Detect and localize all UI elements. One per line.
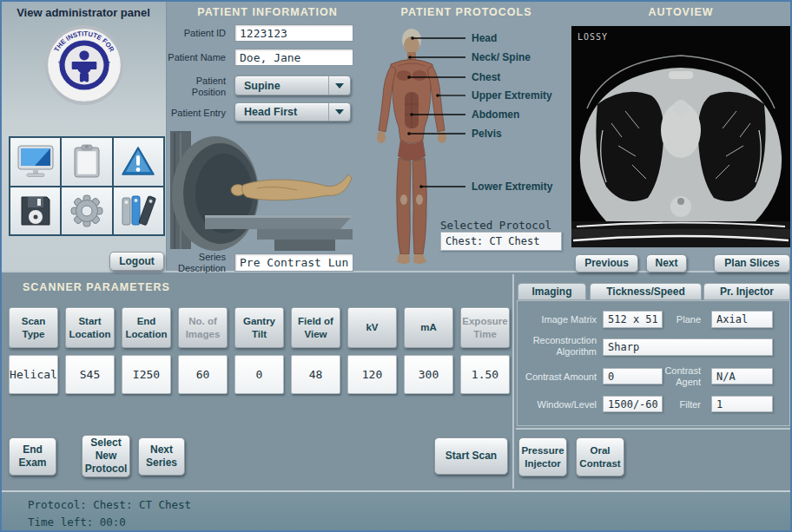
param-kv-button[interactable]: kV (347, 307, 397, 348)
patient-position-label: Patient Position (172, 76, 226, 98)
ct-axial-image: LOSSY (571, 26, 790, 247)
tab-tickness-speed[interactable]: Tickness/Speed (590, 283, 702, 300)
chevron-down-icon (328, 76, 350, 95)
filter-label: Filter (649, 399, 701, 410)
clipboard-button[interactable] (62, 138, 111, 186)
institute-logo: THE INSTITUTE FOR ADVANCED CLINICAL IMAG… (44, 23, 124, 107)
gear-icon (69, 194, 104, 228)
series-description-input[interactable] (234, 253, 353, 272)
patient-entry-select[interactable]: Head First (234, 102, 351, 122)
warning-button[interactable] (114, 138, 163, 186)
scanner-parameters-header: SCANNER PARAMETERS (23, 281, 283, 293)
settings-button[interactable] (62, 187, 111, 235)
clipboard-icon (72, 144, 102, 179)
protocol-region-upper-extremity[interactable]: Upper Extremity (472, 89, 552, 102)
series-description-label: Series Description (168, 252, 226, 274)
patient-name-label: Patient Name (167, 52, 226, 63)
ct-scanner-illustration (170, 128, 365, 251)
plane-label: Plane (649, 314, 701, 325)
monitor-button[interactable] (10, 138, 60, 186)
contrast-agent-input[interactable] (711, 368, 773, 384)
param-field-of-view-button[interactable]: Field of View (291, 307, 340, 348)
tab-pr-injector[interactable]: Pr. Injector (703, 283, 790, 300)
patient-name-input[interactable] (234, 49, 353, 66)
protocol-region-pelvis[interactable]: Pelvis (472, 128, 502, 140)
param-scan-type-button[interactable]: Scan Type (9, 307, 58, 348)
logout-button[interactable]: Logout (109, 252, 164, 271)
status-protocol: Protocol: Chest: CT Chest (28, 498, 191, 511)
select-new-protocol-button[interactable]: Select New Protocol (82, 435, 130, 477)
binders-icon (119, 194, 157, 228)
patient-position-select[interactable]: Supine (234, 76, 351, 95)
param-exposure-time-button: Exposure Time (460, 307, 510, 348)
param-exposure-time-value: 1.50 (460, 355, 510, 394)
plane-input[interactable] (711, 311, 773, 328)
param-kv-value[interactable]: 120 (347, 355, 397, 394)
protocol-region-neck-spine[interactable]: Neck/ Spine (472, 51, 531, 63)
window-level-label: Window/Level (516, 399, 597, 410)
protocol-region-lower-extremity[interactable]: Lower Extremity (472, 181, 552, 193)
selected-protocol-value: Chest: CT Chest (440, 232, 562, 251)
selected-protocol-label: Selected Protocol (440, 219, 551, 232)
tab-imaging[interactable]: Imaging (518, 283, 586, 300)
reconstruction-algorithm-input[interactable] (603, 338, 773, 356)
image-matrix-label: Image Matrix (516, 314, 597, 325)
save-button[interactable] (10, 187, 60, 235)
param-scan-type-value[interactable]: Helical (9, 355, 58, 394)
patient-information-header: PATIENT INFORMATION (172, 6, 363, 18)
plan-slices-button[interactable]: Plan Slices (714, 254, 790, 273)
param-no-of-images-value: 60 (178, 355, 228, 394)
status-time-left: Time left: 00:0 (28, 516, 126, 529)
param-ma-button[interactable]: mA (404, 307, 453, 348)
param-start-location-button[interactable]: Start Location (65, 307, 115, 348)
contrast-agent-label: Contrast Agent (649, 365, 701, 388)
monitor-icon (17, 145, 54, 178)
admin-panel: View administrator panel THE INSTITUTE F… (2, 2, 167, 271)
param-field-of-view-value[interactable]: 48 (291, 355, 340, 394)
patient-id-label: Patient ID (167, 28, 226, 39)
chevron-down-icon (328, 103, 350, 121)
admin-panel-title: View administrator panel (3, 6, 163, 19)
next-button[interactable]: Next (646, 254, 687, 273)
protocol-region-abdomen[interactable]: Abdomen (472, 108, 519, 121)
protocol-region-chest[interactable]: Chest (472, 71, 500, 83)
param-gantry-tilt-value[interactable]: 0 (234, 355, 284, 394)
previous-button[interactable]: Previous (575, 254, 638, 273)
patient-protocols-header: PATIENT PROTOCOLS (371, 6, 562, 18)
patient-entry-value: Head First (235, 106, 328, 118)
admin-icon-grid (9, 136, 165, 236)
patient-id-input[interactable] (234, 24, 353, 42)
floppy-disk-icon (19, 194, 52, 227)
warning-icon (121, 146, 155, 177)
patient-position-value: Supine (235, 80, 328, 92)
horizontal-divider-right-panel (516, 428, 790, 430)
param-end-location-button[interactable]: End Location (122, 307, 171, 348)
protocol-region-head[interactable]: Head (472, 32, 497, 44)
param-end-location-value[interactable]: I250 (122, 355, 171, 394)
filter-input[interactable] (711, 396, 773, 412)
lossy-tag: LOSSY (578, 32, 608, 42)
archive-button[interactable] (114, 187, 163, 235)
param-ma-value[interactable]: 300 (404, 355, 453, 394)
patient-entry-label: Patient Entry (167, 108, 226, 119)
next-series-button[interactable]: Next Series (138, 437, 185, 476)
application-window: View administrator panel THE INSTITUTE F… (0, 0, 792, 532)
contrast-amount-label: Contrast Amount (516, 371, 597, 383)
end-exam-button[interactable]: End Exam (9, 437, 56, 476)
param-start-location-value[interactable]: S45 (65, 355, 115, 394)
param-gantry-tilt-button[interactable]: Gantry Tilt (234, 307, 284, 348)
reconstruction-algorithm-label: Reconstruction Algorithm (516, 335, 597, 358)
param-no-of-images-button: No. of Images (178, 307, 228, 348)
vertical-divider-right-panel (512, 274, 514, 489)
start-scan-button[interactable]: Start Scan (434, 437, 508, 475)
autoview-header: AUTOVIEW (571, 6, 790, 18)
oral-contrast-button[interactable]: Oral Contrast (576, 437, 624, 476)
pressure-injector-button[interactable]: Pressure Injector (518, 437, 567, 476)
